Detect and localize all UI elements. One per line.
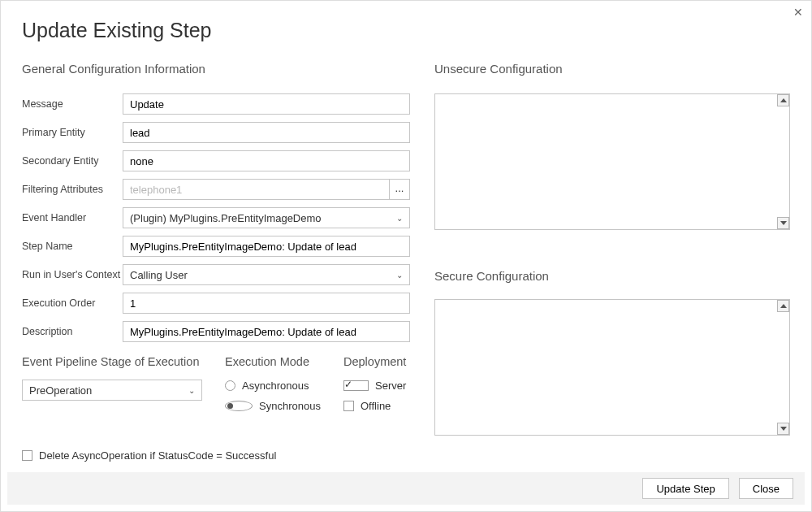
row-filtering-attributes: Filtering Attributes ... [22, 179, 410, 200]
filtering-attributes-input[interactable] [123, 179, 389, 200]
delete-async-label: Delete AsyncOperation if StatusCode = Su… [39, 449, 276, 462]
row-event-handler: Event Handler (Plugin) MyPlugins.PreEnti… [22, 207, 410, 228]
execution-mode-sync-option[interactable]: Synchronous [225, 400, 321, 412]
label-execution-order: Execution Order [22, 297, 123, 309]
secure-scroll-down-button[interactable] [777, 423, 789, 435]
secure-heading: Secure Configuration [434, 269, 790, 283]
checkbox-checked-icon [343, 380, 369, 391]
run-context-value: Calling User [130, 269, 188, 281]
triangle-up-icon [780, 98, 787, 102]
description-input[interactable] [123, 321, 410, 342]
label-primary-entity: Primary Entity [22, 127, 123, 138]
dialog-title: Update Existing Step [22, 19, 790, 42]
ellipsis-icon: ... [395, 182, 404, 194]
row-primary-entity: Primary Entity [22, 122, 410, 143]
columns: General Configuration Information Messag… [22, 62, 790, 462]
deployment-offline-option[interactable]: Offline [343, 400, 406, 412]
dialog-footer: Update Step Close [7, 472, 805, 505]
primary-entity-input[interactable] [123, 122, 410, 143]
execution-mode-heading: Execution Mode [225, 355, 321, 368]
delete-async-option[interactable]: Delete AsyncOperation if StatusCode = Su… [22, 449, 410, 462]
deployment-offline-label: Offline [361, 400, 391, 412]
deployment-heading: Deployment [343, 355, 406, 368]
secure-config-wrap [434, 299, 790, 436]
step-name-input[interactable] [123, 236, 410, 257]
general-heading: General Configuration Information [22, 62, 410, 76]
general-configuration-panel: General Configuration Information Messag… [22, 62, 410, 462]
chevron-down-icon: ⌄ [396, 271, 403, 280]
run-context-select[interactable]: Calling User ⌄ [123, 264, 410, 285]
execution-mode-async-label: Asynchronous [242, 380, 309, 392]
dialog-body: Update Existing Step General Configurati… [1, 1, 811, 462]
checkbox-icon [22, 450, 32, 461]
event-handler-select[interactable]: (Plugin) MyPlugins.PreEntityImageDemo ⌄ [123, 207, 410, 228]
label-description: Description [22, 326, 123, 337]
filtering-attributes-wrap: ... [123, 179, 410, 200]
chevron-down-icon: ⌄ [396, 214, 403, 223]
execution-order-input[interactable] [123, 293, 410, 314]
execution-mode-async-option[interactable]: Asynchronous [225, 380, 321, 392]
update-step-button[interactable]: Update Step [642, 478, 728, 499]
pipeline-stage-heading: Event Pipeline Stage of Execution [22, 355, 202, 368]
execution-mode-sync-label: Synchronous [259, 400, 321, 412]
deployment-server-label: Server [375, 380, 406, 392]
unsecure-config-textarea[interactable] [434, 93, 790, 230]
configuration-panel: Unsecure Configuration Secure Configurat… [434, 62, 790, 462]
deployment-section: Deployment Server Offline [343, 355, 406, 420]
label-message: Message [22, 98, 123, 110]
message-input[interactable] [123, 93, 410, 115]
row-execution-order: Execution Order [22, 293, 410, 314]
row-run-context: Run in User's Context Calling User ⌄ [22, 264, 410, 285]
row-message: Message [22, 93, 410, 115]
unsecure-scroll-up-button[interactable] [777, 94, 789, 106]
label-event-handler: Event Handler [22, 212, 123, 223]
triangle-down-icon [780, 221, 787, 225]
chevron-down-icon: ⌄ [188, 386, 195, 395]
pipeline-stage-select[interactable]: PreOperation ⌄ [22, 380, 202, 401]
radio-icon [225, 380, 235, 391]
row-description: Description [22, 321, 410, 342]
unsecure-scroll-down-button[interactable] [777, 217, 789, 229]
row-step-name: Step Name [22, 236, 410, 257]
window-close-icon[interactable]: ✕ [793, 6, 803, 19]
label-step-name: Step Name [22, 241, 123, 252]
filtering-attributes-browse-button[interactable]: ... [389, 179, 410, 200]
label-secondary-entity: Secondary Entity [22, 155, 123, 167]
label-filtering-attributes: Filtering Attributes [22, 184, 123, 195]
pipeline-stage-value: PreOperation [29, 384, 92, 397]
secondary-entity-input[interactable] [123, 150, 410, 171]
secure-config-textarea[interactable] [434, 299, 790, 436]
unsecure-heading: Unsecure Configuration [434, 62, 790, 76]
close-button[interactable]: Close [739, 478, 793, 499]
unsecure-config-wrap [434, 93, 790, 230]
triangle-up-icon [780, 304, 787, 308]
sub-settings: Event Pipeline Stage of Execution PreOpe… [22, 355, 410, 420]
label-run-context: Run in User's Context [22, 269, 123, 280]
pipeline-stage-section: Event Pipeline Stage of Execution PreOpe… [22, 355, 202, 420]
row-secondary-entity: Secondary Entity [22, 150, 410, 171]
execution-mode-section: Execution Mode Asynchronous Synchronous [225, 355, 321, 420]
event-handler-value: (Plugin) MyPlugins.PreEntityImageDemo [130, 212, 322, 224]
deployment-server-option[interactable]: Server [343, 380, 406, 392]
radio-selected-icon [225, 401, 253, 411]
triangle-down-icon [780, 427, 787, 431]
checkbox-icon [343, 401, 354, 411]
secure-scroll-up-button[interactable] [777, 300, 789, 312]
